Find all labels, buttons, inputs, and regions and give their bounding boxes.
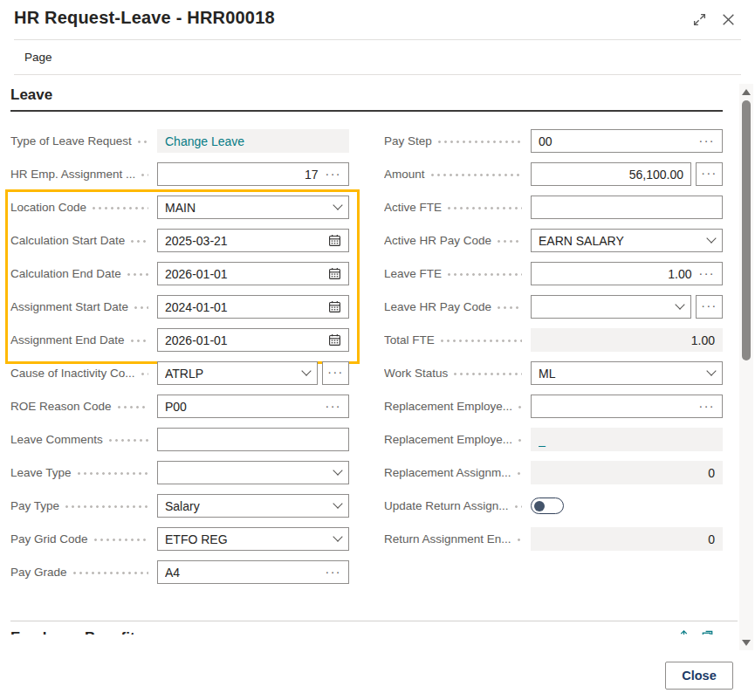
assignment-end-date-calendar-icon[interactable] [328,333,341,347]
calculation-end-date-calendar-icon[interactable] [328,267,341,280]
leave-fte-lookup-ellipsis-icon[interactable]: ··· [699,262,716,285]
work-status-chevron-down-icon[interactable] [708,372,715,374]
leave-type-chevron-down-icon[interactable] [334,471,341,474]
amount-field[interactable]: 56,100.00 [531,162,691,186]
type-of-leave-request-row: Type of Leave RequestChange Leave [10,129,349,153]
return-assignment-entry-dotted-leader [518,539,522,541]
active-fte-dotted-leader [448,207,522,209]
roe-reason-code-row: ROE Reason CodeP00··· [10,395,349,418]
leave-hr-pay-code-assist-button[interactable]: ··· [696,295,723,319]
cause-of-inactivity-code-assist-button[interactable]: ··· [322,361,349,385]
pay-grid-code-label: Pay Grid Code [10,527,157,551]
expand-icon[interactable] [692,12,707,27]
return-assignment-entry-label: Return Assignment En... [384,527,531,551]
hr-emp-assignment-dotted-leader [141,174,148,176]
calculation-end-date-row: Calculation End Date2026-01-01 [10,262,349,285]
pay-type-field[interactable]: Salary [157,494,349,518]
roe-reason-code-lookup-ellipsis-icon[interactable]: ··· [326,395,342,418]
replacement-assignment-label: Replacement Assignm... [384,461,531,484]
close-button[interactable]: Close [665,662,733,690]
cause-of-inactivity-code-chevron-down-icon[interactable] [303,372,310,374]
amount-value: 56,100.00 [539,168,683,182]
calculation-start-date-field[interactable]: 2025-03-21 [157,229,349,252]
pay-grid-code-value: ETFO REG [165,532,327,546]
cause-of-inactivity-code-field[interactable]: ATRLP [157,361,318,385]
leave-type-label: Leave Type [10,461,157,484]
active-fte-field[interactable] [531,196,723,219]
cause-of-inactivity-code-row: Cause of Inactivity Co...ATRLP··· [10,361,349,385]
calculation-start-date-row: Calculation Start Date2025-03-21 [10,229,349,252]
active-hr-pay-code-field[interactable]: EARN SALARY [531,229,723,252]
scrollbar-up-arrow-icon[interactable] [742,89,751,95]
pay-grid-code-field[interactable]: ETFO REG [157,527,349,551]
pay-grid-code-chevron-down-icon[interactable] [334,538,341,540]
close-icon[interactable] [721,12,736,27]
open-in-new-window-icon[interactable] [701,629,714,635]
pay-type-row: Pay TypeSalary [10,494,349,518]
active-hr-pay-code-chevron-down-icon[interactable] [708,239,715,242]
calculation-start-date-calendar-icon[interactable] [328,234,341,247]
assignment-end-date-dotted-leader [131,340,148,342]
leave-hr-pay-code-field[interactable] [531,295,691,319]
work-status-field[interactable]: ML [531,361,723,385]
leave-hr-pay-code-chevron-down-icon[interactable] [676,305,683,308]
pay-step-lookup-ellipsis-icon[interactable]: ··· [699,129,716,153]
calculation-end-date-field[interactable]: 2026-01-01 [157,262,349,285]
leave-hr-pay-code-row: Leave HR Pay Code··· [384,295,723,319]
update-return-assignment-toggle[interactable] [531,498,564,514]
pay-type-chevron-down-icon[interactable] [334,504,341,507]
next-section-clipped: Employee Benefits [10,621,738,635]
leave-fte-field[interactable]: 1.00··· [531,262,723,285]
hr-emp-assignment-label: HR Emp. Assignment ... [10,162,157,186]
location-code-chevron-down-icon[interactable] [334,206,341,209]
active-hr-pay-code-dotted-leader [498,240,522,243]
hr-emp-assignment-value: 17 [165,168,319,182]
leave-type-field[interactable] [157,461,349,484]
vertical-scrollbar[interactable] [739,84,753,651]
dialog-titlebar: HR Request-Leave - HRR00018 [0,0,755,28]
amount-row: Amount56,100.00··· [384,162,723,186]
scrollbar-down-arrow-icon[interactable] [742,640,751,646]
hr-emp-assignment-field[interactable]: 17··· [157,162,349,186]
form-column-right: Pay Step00···Amount56,100.00···Active FT… [384,129,723,560]
pay-grade-lookup-ellipsis-icon[interactable]: ··· [326,560,342,584]
replacement-assignment-dotted-leader [518,472,522,475]
leave-comments-field[interactable] [157,428,349,451]
pay-step-field[interactable]: 00··· [531,129,723,153]
roe-reason-code-field[interactable]: P00··· [157,395,349,418]
replacement-employee-name-label: Replacement Employe... [384,428,531,451]
pay-step-value: 00 [539,134,692,148]
total-fte-dotted-leader [441,340,522,342]
pay-grade-row: Pay GradeA4··· [10,560,349,584]
replacement-employee-no-lookup-ellipsis-icon[interactable]: ··· [699,395,716,418]
replacement-assignment-row: Replacement Assignm...0 [384,461,723,484]
share-upload-icon[interactable] [677,629,690,635]
pay-grade-value: A4 [165,566,319,580]
assignment-start-date-label: Assignment Start Date [10,295,157,319]
replacement-employee-name-value: _ [539,433,715,447]
total-fte-field: 1.00 [531,328,723,352]
assignment-start-date-field[interactable]: 2024-01-01 [157,295,349,319]
pay-grade-field[interactable]: A4··· [157,560,349,584]
return-assignment-entry-row: Return Assignment En...0 [384,527,723,551]
replacement-employee-no-row: Replacement Employe...··· [384,395,723,418]
location-code-field[interactable]: MAIN [157,196,349,219]
replacement-employee-no-field[interactable]: ··· [531,395,723,418]
leave-hr-pay-code-dotted-leader [498,306,522,309]
amount-assist-button[interactable]: ··· [696,162,723,186]
form-column-left: Type of Leave RequestChange LeaveHR Emp.… [10,129,349,594]
total-fte-value: 1.00 [539,333,715,347]
leave-type-row: Leave Type [10,461,349,484]
pay-grade-dotted-leader [73,572,148,574]
pay-grid-code-row: Pay Grid CodeETFO REG [10,527,349,551]
cause-of-inactivity-code-label: Cause of Inactivity Co... [10,361,157,385]
leave-fte-value: 1.00 [539,267,692,281]
menu-item-page[interactable]: Page [24,51,52,64]
assignment-start-date-calendar-icon[interactable] [328,300,341,313]
scrollbar-thumb[interactable] [742,100,751,360]
assignment-end-date-field[interactable]: 2026-01-01 [157,328,349,352]
location-code-label: Location Code [10,196,157,219]
hr-emp-assignment-lookup-ellipsis-icon[interactable]: ··· [326,162,342,186]
cause-of-inactivity-code-dotted-leader [141,373,148,375]
pay-type-label: Pay Type [10,494,157,518]
